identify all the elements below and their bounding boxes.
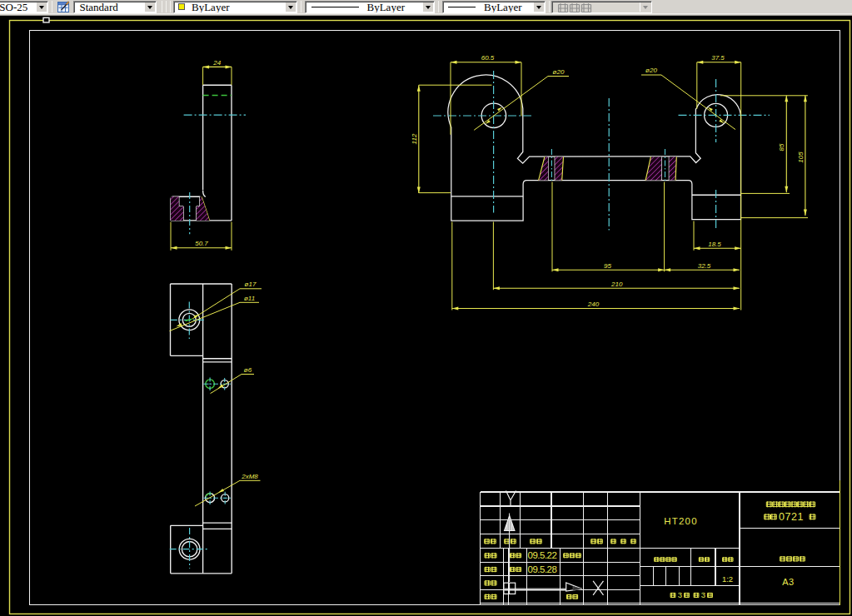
svg-text:ø11: ø11	[244, 295, 255, 302]
svg-text:09.5.28: 09.5.28	[528, 564, 557, 574]
svg-text:3: 3	[701, 590, 705, 599]
svg-text:105: 105	[797, 152, 805, 163]
svg-text:3: 3	[678, 590, 682, 599]
svg-text:ø6: ø6	[244, 366, 252, 374]
svg-text:ø20: ø20	[645, 67, 657, 74]
svg-text:37.5: 37.5	[711, 54, 725, 62]
svg-text:ø17: ø17	[245, 281, 257, 288]
svg-text:112: 112	[411, 133, 418, 144]
svg-text:2xM8: 2xM8	[241, 473, 258, 480]
svg-text:50.7: 50.7	[195, 240, 208, 247]
svg-text:0721: 0721	[779, 511, 804, 523]
svg-text:A3: A3	[782, 577, 794, 587]
svg-text:18.5: 18.5	[708, 241, 721, 248]
svg-text:240: 240	[587, 301, 600, 308]
svg-text:24: 24	[212, 59, 221, 67]
svg-text:85: 85	[778, 143, 785, 151]
svg-text:32.5: 32.5	[698, 262, 711, 270]
svg-text:1:2: 1:2	[722, 574, 733, 584]
svg-text:09.5.22: 09.5.22	[528, 550, 557, 560]
svg-text:ø20: ø20	[553, 68, 565, 76]
svg-text:HT200: HT200	[664, 516, 698, 526]
svg-text:60.5: 60.5	[481, 54, 495, 62]
svg-text:95: 95	[604, 262, 611, 270]
svg-text:210: 210	[610, 281, 623, 288]
